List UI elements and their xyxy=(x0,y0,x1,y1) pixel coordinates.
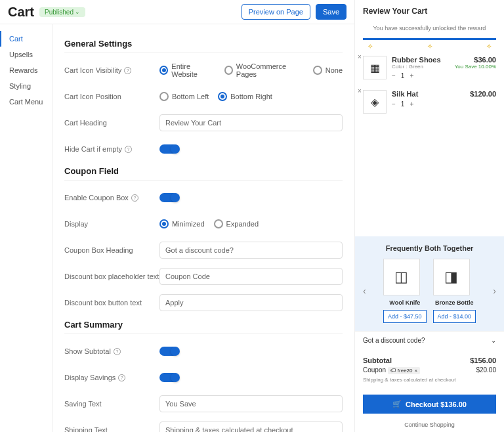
coupon-tag[interactable]: 🏷 free20 × xyxy=(388,367,420,374)
sidebar-item-cart[interactable]: Cart xyxy=(0,31,52,47)
enable-coupon-toggle[interactable] xyxy=(159,193,178,202)
cart-item: × ▦ Rubber ShoesColor : Green −1+ $36.00… xyxy=(355,51,504,85)
radio-bottom-left[interactable]: Bottom Left xyxy=(159,92,209,101)
chevron-down-icon: ⌄ xyxy=(75,9,80,15)
placeholder-input[interactable] xyxy=(159,268,343,285)
fbt-thumb: ◫ xyxy=(383,259,420,295)
section-summary: Cart Summary xyxy=(64,320,343,334)
radio-none[interactable]: None xyxy=(313,62,343,78)
sidebar-item-styling[interactable]: Styling xyxy=(0,78,52,94)
savings-toggle[interactable] xyxy=(159,373,178,382)
help-icon[interactable]: ? xyxy=(114,348,121,355)
reward-icon: ✧ xyxy=(425,41,434,51)
chevron-down-icon: ⌄ xyxy=(491,337,496,344)
saving-text-input[interactable] xyxy=(159,395,343,412)
help-icon[interactable]: ? xyxy=(125,146,132,153)
checkout-button[interactable]: 🛒Checkout $136.00 xyxy=(363,395,496,414)
page-title: Cart xyxy=(8,5,34,20)
cart-preview-title: Review Your Cart xyxy=(355,0,504,22)
continue-shopping[interactable]: Continue Shopping xyxy=(355,418,504,432)
reward-message: You have successfully unlocked the rewar… xyxy=(355,22,504,34)
product-thumb: ▦ xyxy=(363,56,387,79)
section-coupon: Coupon Field xyxy=(64,166,343,181)
sidebar-item-cartmenu[interactable]: Cart Menu xyxy=(0,94,52,110)
carousel-next[interactable]: › xyxy=(493,286,496,296)
product-thumb: ◈ xyxy=(363,90,387,114)
hide-empty-toggle[interactable] xyxy=(159,144,178,154)
fbt-add-button[interactable]: Add - $47.50 xyxy=(383,310,427,323)
section-general: General Settings xyxy=(64,39,343,53)
help-icon[interactable]: ? xyxy=(131,194,138,202)
qty-minus[interactable]: − xyxy=(392,100,396,108)
radio-woo-pages[interactable]: WooCommerce Pages xyxy=(224,62,304,78)
radio-bottom-right[interactable]: Bottom Right xyxy=(218,92,272,101)
help-icon[interactable]: ? xyxy=(124,67,131,74)
qty-plus[interactable]: + xyxy=(410,100,413,108)
sidebar-item-rewards[interactable]: Rewards xyxy=(0,62,52,78)
published-badge[interactable]: Published⌄ xyxy=(39,7,85,17)
progress-bar xyxy=(363,38,496,40)
remove-icon[interactable]: × xyxy=(358,53,362,60)
radio-minimized[interactable]: Minimized xyxy=(159,219,205,228)
help-icon[interactable]: ? xyxy=(118,374,125,381)
cart-heading-input[interactable] xyxy=(159,114,343,131)
reward-icon: ✧ xyxy=(366,41,375,51)
radio-expanded[interactable]: Expanded xyxy=(214,219,259,228)
save-button[interactable]: Save xyxy=(316,4,346,20)
fbt-thumb: ◨ xyxy=(433,259,470,295)
cart-item: × ◈ Silk Hat −1+ $120.00 xyxy=(355,85,504,119)
sidebar-item-upsells[interactable]: Upsells xyxy=(0,47,52,62)
preview-button[interactable]: Preview on Page xyxy=(242,4,310,20)
reward-icon: ✧ xyxy=(484,41,494,51)
radio-entire-website[interactable]: Entire Website xyxy=(159,62,215,78)
qty-minus[interactable]: − xyxy=(392,72,396,79)
qty-plus[interactable]: + xyxy=(410,72,413,79)
coupon-heading-input[interactable] xyxy=(159,242,343,259)
discount-toggle[interactable]: Got a discount code?⌄ xyxy=(355,331,504,349)
fbt-add-button[interactable]: Add - $14.00 xyxy=(433,310,476,323)
cart-icon: 🛒 xyxy=(392,400,402,408)
remove-icon[interactable]: × xyxy=(358,87,362,95)
shipping-text-input[interactable] xyxy=(159,421,343,432)
fbt-title: Frequently Both Together xyxy=(363,244,496,252)
show-subtotal-toggle[interactable] xyxy=(159,347,178,356)
carousel-prev[interactable]: ‹ xyxy=(363,286,366,296)
button-text-input[interactable] xyxy=(159,294,343,311)
